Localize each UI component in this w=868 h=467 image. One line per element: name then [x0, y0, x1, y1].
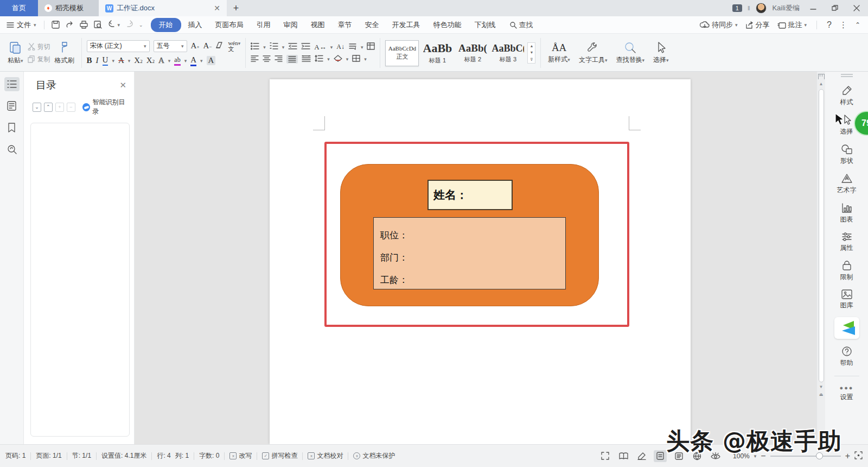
- bold-button[interactable]: B: [87, 56, 92, 65]
- tab-home[interactable]: 首页: [0, 0, 38, 16]
- export-pdf-button[interactable]: [65, 20, 74, 29]
- sidebar-item-wordart[interactable]: 艺术字: [825, 169, 868, 199]
- align-left-button[interactable]: [251, 55, 259, 64]
- promo-app-icon[interactable]: [834, 317, 859, 339]
- file-menu[interactable]: 文件 ▾: [0, 20, 42, 30]
- scroll-up-icon[interactable]: ▲: [819, 80, 824, 88]
- numbered-list-button[interactable]: [270, 42, 278, 52]
- info-text-box[interactable]: 职位： 部门： 工龄：: [373, 217, 566, 289]
- bullet-list-button[interactable]: [251, 42, 259, 52]
- font-name-select[interactable]: 宋体 (正文)▾: [87, 40, 150, 52]
- ruler-toggle-icon[interactable]: [818, 74, 825, 79]
- char-scale-button[interactable]: A↔: [314, 43, 326, 52]
- tab-insert[interactable]: 插入: [182, 18, 208, 32]
- char-shading-button[interactable]: A: [207, 56, 216, 65]
- format-painter-button[interactable]: 格式刷: [50, 40, 79, 66]
- close-button[interactable]: [848, 2, 865, 15]
- subscript-button[interactable]: X2: [146, 56, 155, 65]
- line-spacing-button[interactable]: [315, 55, 323, 64]
- find-replace-button[interactable]: 查找替换▾: [611, 40, 649, 66]
- collapse-ribbon-icon[interactable]: ⌃: [855, 21, 860, 29]
- toc-close-icon[interactable]: ✕: [119, 80, 126, 90]
- toc-remove-icon[interactable]: −: [67, 103, 75, 112]
- share-button[interactable]: 分享: [745, 20, 770, 30]
- sidebar-item-properties[interactable]: 属性: [825, 228, 868, 256]
- show-marks-button[interactable]: [348, 42, 357, 52]
- font-size-select[interactable]: 五号▾: [154, 40, 187, 52]
- scrollbar-thumb[interactable]: [819, 89, 824, 382]
- notes-rail-icon[interactable]: [4, 99, 20, 113]
- tab-page-layout[interactable]: 页面布局: [209, 18, 250, 32]
- align-center-button[interactable]: [263, 55, 271, 64]
- decrease-font-button[interactable]: A−: [203, 41, 212, 51]
- toc-content-area[interactable]: [30, 123, 130, 437]
- tab-references[interactable]: 引用: [251, 18, 277, 32]
- decrease-indent-button[interactable]: [288, 42, 297, 52]
- next-page-icon[interactable]: ⏏: [819, 391, 824, 399]
- more-menu-icon[interactable]: ⋮: [839, 20, 847, 30]
- clear-format-button[interactable]: [215, 41, 224, 51]
- increase-font-button[interactable]: A+: [191, 41, 200, 51]
- tab-dev-tools[interactable]: 开发工具: [386, 18, 426, 32]
- style-heading3[interactable]: AaBbC( 标题 3: [491, 40, 525, 66]
- style-heading2[interactable]: AaBb( 标题 2: [456, 40, 489, 66]
- tab-close-icon[interactable]: ✕: [214, 4, 220, 12]
- toc-collapse-icon[interactable]: ⌃: [44, 103, 53, 112]
- spellcheck-toggle[interactable]: ✓拼写检查: [262, 451, 297, 460]
- sidebar-item-restrict[interactable]: 限制: [825, 256, 868, 286]
- bookmark-rail-icon[interactable]: [4, 121, 20, 135]
- search-rail-icon[interactable]: [4, 142, 20, 156]
- select-button[interactable]: 选择▾: [649, 40, 673, 66]
- comment-button[interactable]: 批注▾: [777, 20, 807, 30]
- sidebar-item-gallery[interactable]: 图库: [825, 286, 868, 314]
- sidebar-item-shapes[interactable]: 形状: [825, 140, 868, 169]
- distribute-button[interactable]: [302, 55, 311, 64]
- page-view-icon[interactable]: [654, 450, 667, 462]
- protection-status[interactable]: x文档未保护: [353, 451, 395, 460]
- sync-button[interactable]: 待同步▾: [700, 20, 738, 30]
- ink-view-icon[interactable]: [635, 450, 648, 462]
- shading-button[interactable]: [334, 55, 342, 64]
- print-button[interactable]: [79, 20, 88, 29]
- proofread-toggle[interactable]: x文档校对: [308, 451, 343, 460]
- copy-button[interactable]: 复制: [28, 55, 50, 64]
- undo-button[interactable]: ▾: [107, 20, 120, 29]
- sidebar-item-help[interactable]: 帮助: [825, 342, 868, 371]
- help-icon[interactable]: ?: [827, 20, 832, 30]
- text-effects-button[interactable]: A: [158, 56, 164, 65]
- sidebar-handle[interactable]: [841, 74, 853, 77]
- new-tab-button[interactable]: +: [227, 0, 245, 16]
- styles-down-icon[interactable]: ▼: [528, 49, 535, 56]
- vertical-scrollbar[interactable]: ▲ ▼ ⏏: [816, 72, 825, 444]
- toc-add-icon[interactable]: +: [55, 103, 64, 112]
- text-tool-button[interactable]: 文字工具▾: [575, 40, 612, 66]
- tab-review[interactable]: 审阅: [278, 18, 304, 32]
- tab-document[interactable]: W 工作证.docx ✕: [99, 0, 227, 16]
- restore-button[interactable]: [827, 2, 843, 15]
- justify-button[interactable]: [286, 55, 298, 64]
- phonetic-guide-button[interactable]: wén文▾: [228, 40, 240, 52]
- avatar[interactable]: [756, 3, 767, 14]
- name-text-box[interactable]: 姓名：: [427, 180, 513, 210]
- style-heading1[interactable]: AaBb 标题 1: [420, 40, 454, 66]
- save-button[interactable]: [51, 20, 60, 29]
- sidebar-item-chart[interactable]: 图表: [825, 199, 868, 228]
- redo-button[interactable]: [125, 20, 134, 29]
- increase-indent-button[interactable]: [301, 42, 310, 52]
- tab-security[interactable]: 安全: [359, 18, 385, 32]
- highlight-color-button[interactable]: ab: [174, 56, 180, 66]
- tab-special-features[interactable]: 特色功能: [427, 18, 468, 32]
- styles-more-icon[interactable]: ⊽: [528, 56, 535, 63]
- strikethrough-button[interactable]: A: [118, 56, 124, 65]
- align-right-button[interactable]: [275, 55, 283, 64]
- print-preview-button[interactable]: [93, 20, 103, 29]
- fit-page-icon[interactable]: [854, 451, 863, 461]
- sidebar-item-styles[interactable]: 样式: [825, 81, 868, 111]
- text-frame-button[interactable]: [367, 42, 375, 52]
- sort-button[interactable]: A↓: [336, 43, 344, 51]
- book-view-icon[interactable]: [617, 450, 630, 462]
- sidebar-item-settings[interactable]: ●●● 设置: [825, 381, 868, 406]
- italic-button[interactable]: I: [96, 56, 99, 65]
- superscript-button[interactable]: X2: [134, 56, 142, 65]
- minimize-button[interactable]: [805, 2, 821, 15]
